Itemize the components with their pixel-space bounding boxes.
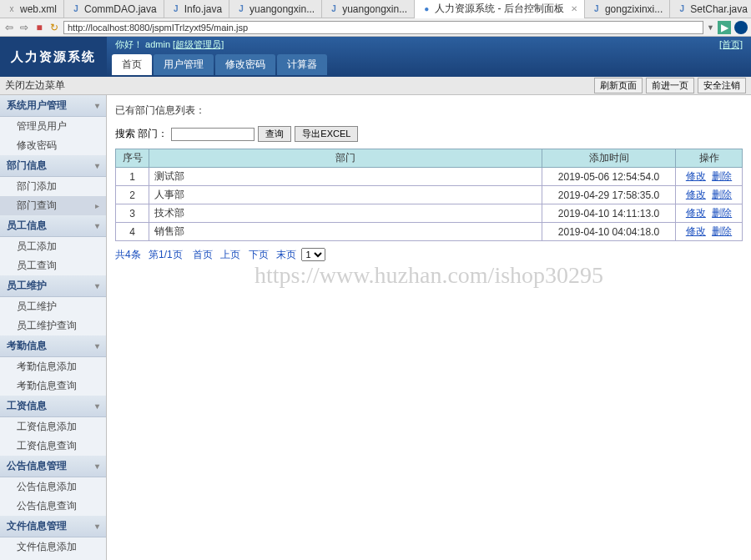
main-tabs: 首页用户管理修改密码计算器: [107, 53, 751, 75]
sidebar-group-label: 员工信息: [7, 219, 47, 233]
browser-tab[interactable]: yuangongxin...: [322, 0, 415, 18]
sidebar-item[interactable]: 部门查询: [0, 196, 106, 215]
app-header: 人力资源系统 你好！ admin [超级管理员] [首页] 首页用户管理修改密码…: [0, 37, 751, 77]
toolbar-button[interactable]: 安全注销: [698, 78, 746, 93]
browser-tab[interactable]: SetChar.java: [670, 0, 751, 18]
sidebar-group-header[interactable]: 考勤信息▾: [0, 335, 106, 357]
cell-ops: 修改 删除: [676, 168, 743, 186]
file-icon: [71, 4, 81, 14]
globe-icon[interactable]: [734, 21, 748, 34]
tab-label: CommDAO.java: [84, 3, 157, 15]
cell-dept: 人事部: [149, 186, 542, 204]
nav-stop-icon[interactable]: ■: [33, 22, 45, 33]
page-last[interactable]: 末页: [276, 249, 296, 260]
home-link[interactable]: [首页]: [719, 38, 743, 52]
cell-time: 2019-05-06 12:54:54.0: [542, 168, 676, 186]
sidebar-item[interactable]: 员工维护: [0, 297, 106, 316]
search-button[interactable]: 查询: [258, 126, 291, 142]
page-next[interactable]: 下页: [249, 249, 269, 260]
delete-link[interactable]: 删除: [712, 170, 732, 182]
tab-label: yuangongxin...: [342, 3, 407, 15]
sidebar-group-header[interactable]: 部门信息▾: [0, 155, 106, 177]
sidebar-item[interactable]: 公告信息添加: [0, 477, 106, 497]
browser-tab[interactable]: gongzixinxi...: [585, 0, 670, 18]
greeting: 你好！: [115, 39, 143, 49]
go-button[interactable]: ▶: [718, 21, 731, 34]
sidebar-item[interactable]: 部门添加: [0, 177, 106, 196]
dropdown-icon[interactable]: ▼: [707, 23, 714, 32]
content-title: 已有部门信息列表：: [115, 103, 743, 118]
sidebar-item[interactable]: 考勤信息添加: [0, 357, 106, 376]
delete-link[interactable]: 删除: [712, 189, 732, 200]
main-tab[interactable]: 计算器: [277, 54, 327, 75]
cell-dept: 技术部: [149, 204, 542, 223]
sidebar-item[interactable]: 文件信息添加: [0, 537, 106, 557]
toolbar-button[interactable]: 刷新页面: [594, 78, 643, 93]
edit-link[interactable]: 修改: [686, 189, 706, 200]
nav-forward-icon[interactable]: ⇨: [18, 22, 30, 33]
pagination: 共4条 第1/1页 首页 上页 下页 末页 1: [115, 248, 743, 262]
page-first[interactable]: 首页: [193, 249, 213, 260]
sidebar-group-header[interactable]: 员工信息▾: [0, 215, 106, 237]
sidebar-group-label: 公告信息管理: [7, 459, 67, 473]
user-info-bar: 你好！ admin [超级管理员] [首页]: [107, 37, 751, 53]
chevron-down-icon: ▾: [95, 161, 99, 170]
tab-label: web.xml: [20, 3, 57, 15]
file-icon: [7, 4, 17, 14]
edit-link[interactable]: 修改: [686, 225, 706, 237]
page-select[interactable]: 1: [301, 248, 325, 261]
sidebar-item[interactable]: 修改密码: [0, 136, 106, 155]
chevron-down-icon: ▾: [95, 221, 99, 230]
file-icon: [329, 4, 339, 14]
browser-tab[interactable]: Info.java: [164, 0, 229, 18]
toolbar-button[interactable]: 前进一页: [646, 78, 694, 93]
edit-link[interactable]: 修改: [686, 207, 706, 219]
delete-link[interactable]: 删除: [712, 225, 732, 237]
sidebar-group-header[interactable]: 公告信息管理▾: [0, 456, 106, 477]
file-icon: [171, 4, 181, 14]
browser-tab[interactable]: 人力资源系统 - 后台控制面板✕: [415, 0, 585, 18]
sidebar-group-label: 部门信息: [7, 159, 47, 173]
browser-tab[interactable]: CommDAO.java: [64, 0, 164, 18]
browser-tab[interactable]: web.xml: [0, 0, 64, 18]
content-area: 已有部门信息列表： 搜索 部门： 查询 导出EXCEL 序号部门添加时间操作 1…: [107, 95, 751, 560]
url-input[interactable]: [63, 21, 703, 34]
search-input[interactable]: [171, 128, 255, 141]
nav-back-icon[interactable]: ⇦: [3, 22, 15, 33]
sidebar-item[interactable]: 员工维护查询: [0, 316, 106, 335]
sidebar-item[interactable]: 考勤信息查询: [0, 376, 106, 396]
toggle-sidebar-link[interactable]: 关闭左边菜单: [5, 78, 65, 93]
edit-link[interactable]: 修改: [686, 170, 706, 182]
table-header: 添加时间: [542, 149, 676, 168]
sidebar-group-header[interactable]: 员工维护▾: [0, 275, 106, 297]
sidebar-item[interactable]: 员工添加: [0, 237, 106, 256]
sidebar-group-label: 系统用户管理: [7, 98, 67, 113]
user-role-link[interactable]: [超级管理员]: [173, 39, 224, 49]
cell-time: 2019-04-10 14:11:13.0: [542, 204, 676, 223]
chevron-down-icon: ▾: [95, 101, 99, 110]
browser-tab[interactable]: yuangongxin...: [229, 0, 322, 18]
tab-label: yuangongxin...: [249, 3, 315, 15]
sidebar-item[interactable]: 管理员用户: [0, 117, 106, 136]
sidebar-item[interactable]: 文件信息查询: [0, 557, 106, 560]
sidebar-item[interactable]: 工资信息查询: [0, 436, 106, 456]
tab-label: SetChar.java: [690, 3, 748, 15]
cell-index: 1: [116, 168, 149, 186]
sidebar-item[interactable]: 工资信息添加: [0, 417, 106, 436]
main-tab[interactable]: 修改密码: [215, 54, 275, 75]
cell-ops: 修改 删除: [676, 204, 743, 223]
export-excel-button[interactable]: 导出EXCEL: [295, 126, 358, 142]
sidebar-group-header[interactable]: 系统用户管理▾: [0, 95, 106, 117]
main-tab[interactable]: 用户管理: [154, 54, 214, 75]
nav-refresh-icon[interactable]: ↻: [48, 22, 60, 33]
sidebar-item[interactable]: 员工查询: [0, 256, 106, 275]
page-prev[interactable]: 上页: [220, 249, 240, 260]
sidebar-item[interactable]: 公告信息查询: [0, 497, 106, 516]
file-icon: [677, 4, 687, 14]
sidebar-group-header[interactable]: 工资信息▾: [0, 396, 106, 417]
sidebar-group-header[interactable]: 文件信息管理▾: [0, 516, 106, 537]
close-icon[interactable]: ✕: [571, 4, 577, 13]
main-tab[interactable]: 首页: [112, 54, 152, 75]
tab-label: gongzixinxi...: [605, 3, 663, 15]
delete-link[interactable]: 删除: [712, 207, 732, 219]
